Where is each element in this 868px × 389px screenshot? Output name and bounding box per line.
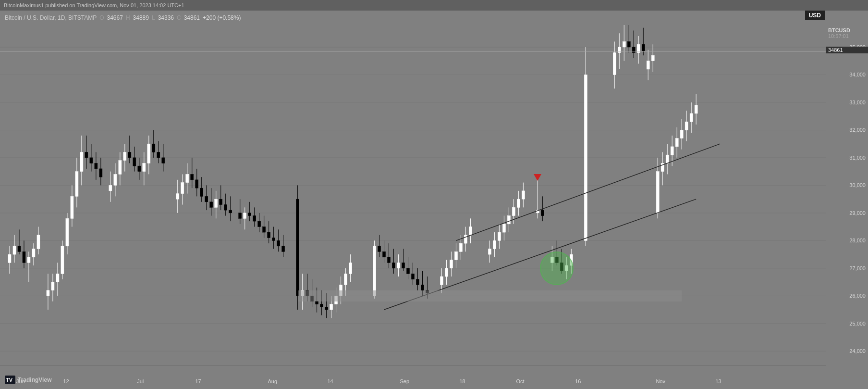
high-label: H [126, 14, 130, 21]
svg-rect-153 [397, 263, 400, 268]
svg-rect-181 [488, 249, 491, 254]
svg-rect-133 [330, 304, 333, 310]
svg-rect-143 [373, 246, 376, 296]
svg-rect-173 [454, 251, 457, 260]
svg-rect-63 [138, 166, 141, 171]
green-circle-highlight [540, 251, 574, 285]
svg-rect-31 [56, 274, 59, 282]
price-tick: 30,000 [849, 182, 866, 188]
svg-rect-139 [344, 274, 347, 285]
low-label: L [152, 14, 155, 21]
svg-rect-29 [51, 282, 54, 290]
candles-svg [0, 25, 826, 365]
svg-rect-101 [244, 213, 246, 218]
svg-rect-23 [32, 249, 35, 257]
price-tick: 26,000 [849, 293, 866, 299]
grid-svg [0, 25, 826, 365]
publisher-text: BitcoinMaximus1 published on TradingView… [4, 2, 184, 8]
pair-label: Bitcoin / U.S. Dollar, 1D, BITSTAMP [5, 14, 97, 21]
svg-rect-19 [23, 251, 25, 263]
price-tick: 24,000 [849, 348, 866, 354]
svg-rect-103 [248, 213, 251, 216]
svg-rect-141 [349, 263, 352, 274]
svg-rect-215 [618, 47, 621, 52]
svg-rect-51 [109, 185, 112, 190]
svg-rect-117 [282, 246, 285, 251]
current-price-badge: 34861 [826, 47, 868, 53]
price-tick: 34,000 [849, 72, 866, 77]
svg-rect-127 [316, 301, 318, 304]
svg-rect-129 [320, 304, 323, 307]
chart-info-bar: Bitcoin / U.S. Dollar, 1D, BITSTAMP O 34… [0, 11, 245, 25]
svg-rect-245 [690, 113, 693, 122]
svg-rect-161 [416, 279, 419, 285]
svg-rect-33 [61, 246, 64, 274]
svg-rect-99 [239, 213, 242, 218]
svg-rect-169 [445, 268, 448, 276]
svg-line-249 [456, 144, 720, 240]
change-value: +200 (+0.58%) [203, 14, 241, 21]
price-tick: 25,000 [849, 321, 866, 326]
svg-text:TV: TV [6, 377, 13, 383]
svg-rect-177 [464, 235, 467, 243]
svg-rect-79 [186, 174, 189, 182]
svg-rect-243 [685, 122, 688, 130]
svg-rect-41 [80, 152, 83, 171]
svg-rect-231 [656, 172, 659, 213]
svg-rect-199 [541, 210, 544, 215]
svg-rect-235 [666, 155, 669, 163]
svg-rect-227 [647, 61, 649, 69]
svg-rect-107 [258, 221, 261, 226]
price-tick: 29,000 [849, 210, 866, 216]
svg-rect-25 [37, 235, 40, 249]
svg-rect-71 [157, 152, 160, 157]
svg-rect-113 [272, 238, 275, 241]
svg-rect-61 [133, 158, 136, 166]
svg-rect-197 [536, 210, 539, 213]
svg-rect-221 [632, 47, 635, 52]
close-label: C [177, 14, 181, 21]
svg-rect-53 [114, 174, 117, 185]
svg-rect-95 [224, 205, 227, 210]
trendlines-svg [0, 25, 826, 365]
current-price-line [0, 51, 826, 51]
svg-rect-81 [191, 174, 194, 179]
svg-rect-171 [450, 260, 452, 268]
svg-rect-149 [388, 257, 391, 263]
time-label-14: 14 [327, 378, 333, 384]
svg-rect-77 [181, 183, 184, 194]
time-label-Oct: Oct [516, 378, 524, 384]
high-value: 34889 [133, 14, 149, 21]
svg-rect-45 [90, 158, 93, 163]
svg-rect-55 [119, 161, 122, 175]
svg-rect-179 [469, 227, 472, 235]
svg-rect-69 [152, 144, 155, 152]
svg-rect-219 [627, 41, 630, 47]
svg-rect-191 [512, 207, 515, 215]
svg-rect-85 [200, 188, 203, 196]
svg-rect-47 [95, 163, 98, 168]
usd-button[interactable]: USD [805, 11, 825, 20]
price-tick: 31,000 [849, 155, 866, 161]
time-label-18: 18 [460, 378, 465, 384]
svg-rect-193 [517, 199, 520, 207]
svg-rect-97 [229, 210, 232, 213]
svg-rect-65 [143, 163, 146, 171]
svg-rect-73 [162, 158, 165, 163]
svg-rect-17 [18, 246, 21, 251]
svg-rect-37 [71, 196, 73, 218]
price-tick: 27,000 [849, 265, 866, 271]
svg-rect-195 [522, 191, 525, 199]
svg-rect-57 [123, 152, 126, 160]
svg-rect-157 [407, 268, 410, 274]
svg-rect-87 [205, 196, 208, 201]
svg-rect-39 [75, 172, 78, 197]
current-price-value: 34861 [828, 47, 843, 53]
svg-rect-105 [253, 216, 256, 221]
price-tick: 28,000 [849, 238, 866, 243]
svg-rect-49 [99, 169, 102, 177]
svg-rect-21 [27, 257, 30, 263]
svg-rect-233 [661, 163, 664, 171]
svg-rect-217 [623, 41, 625, 47]
svg-rect-147 [383, 251, 386, 257]
